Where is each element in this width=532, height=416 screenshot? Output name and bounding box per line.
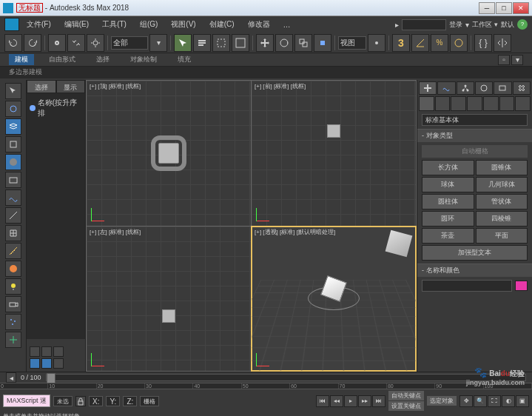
menu-views[interactable]: 视图(V) <box>165 18 201 31</box>
geometry-subtab[interactable] <box>419 96 434 111</box>
select-object-button[interactable] <box>174 34 192 52</box>
placement-button[interactable] <box>314 34 331 52</box>
systems-subtab[interactable] <box>515 96 531 111</box>
lock-selection-icon[interactable] <box>75 396 86 406</box>
rotate-button[interactable] <box>275 34 293 52</box>
category-dropdown[interactable]: 标准基本体 <box>422 114 528 126</box>
prev-frame-button[interactable]: ◂◂ <box>330 395 343 407</box>
mod-cell[interactable] <box>53 358 64 369</box>
rollout-head-objecttype[interactable]: 对象类型 <box>417 130 532 142</box>
sb-select-icon[interactable] <box>5 83 21 99</box>
sb-curve-icon[interactable] <box>5 189 21 206</box>
sb-schematic-icon[interactable] <box>5 136 21 152</box>
maxscript-listener[interactable]: MAXScript 迷 <box>3 395 50 407</box>
pan-button[interactable]: ✥ <box>459 395 473 407</box>
sb-light-icon[interactable] <box>5 278 21 295</box>
link-button[interactable] <box>48 34 66 52</box>
display-tab[interactable] <box>494 81 511 95</box>
zoom-button[interactable]: 🔍 <box>474 395 487 407</box>
pivot-button[interactable] <box>368 34 385 52</box>
ribbon-min-button[interactable]: ▫ <box>498 55 510 65</box>
ribbon-tab-objpaint[interactable]: 对象绘制 <box>124 54 163 65</box>
undo-button[interactable] <box>4 34 22 52</box>
sb-material-icon[interactable] <box>5 154 21 170</box>
prim-plane[interactable]: 平面 <box>476 228 528 244</box>
coord-z[interactable]: Z: <box>123 396 137 406</box>
spacewarps-subtab[interactable] <box>499 96 515 111</box>
cameras-subtab[interactable] <box>467 96 482 111</box>
redo-button[interactable] <box>24 34 41 52</box>
prim-sphere[interactable]: 球体 <box>422 177 474 192</box>
viewport-perspective[interactable]: [+] [透视] [标准] [默认明暗处理] <box>252 227 416 372</box>
close-button[interactable]: ✕ <box>513 2 529 14</box>
selection-filter-button[interactable]: ▾ <box>149 34 167 52</box>
menu-group[interactable]: 组(G) <box>134 18 164 31</box>
orbit-button[interactable]: ◐ <box>502 395 515 407</box>
object-name-input[interactable] <box>422 280 512 292</box>
sb-layer-icon[interactable] <box>5 118 21 135</box>
sb-color-icon[interactable] <box>5 261 21 277</box>
create-tab[interactable] <box>419 81 437 95</box>
scene-tree[interactable]: 名称(按升序排 <box>27 93 85 339</box>
goto-start-button[interactable]: ⏮ <box>316 395 329 407</box>
bind-button[interactable] <box>87 34 104 52</box>
sb-helper-icon[interactable] <box>5 332 21 348</box>
menu-create[interactable]: 创建(C) <box>203 18 240 31</box>
mod-cell[interactable] <box>41 346 52 357</box>
viewport-label[interactable]: [+] [顶] [标准] [线框] <box>90 82 141 90</box>
help-icon[interactable]: ? <box>517 19 528 30</box>
viewport-left[interactable]: [+] [左] [标准] [线框] <box>87 227 251 372</box>
next-frame-button[interactable]: ▸▸ <box>358 395 371 407</box>
select-name-button[interactable] <box>193 34 211 52</box>
ribbon-tab-freeform[interactable]: 自由形式 <box>43 54 81 65</box>
utilities-tab[interactable] <box>513 81 531 95</box>
ribbon-tab-populate[interactable]: 填充 <box>172 54 197 65</box>
prim-tube[interactable]: 管状体 <box>476 194 528 209</box>
signin-label[interactable]: 登录 <box>449 20 462 30</box>
viewport-label[interactable]: [+] [前] [标准] [线框] <box>255 82 306 90</box>
menu-file[interactable]: 文件(F) <box>21 18 57 31</box>
object-color-swatch[interactable] <box>515 281 528 291</box>
hierarchy-tab[interactable] <box>457 81 474 95</box>
selection-set-dropdown[interactable]: 全部 <box>111 36 148 50</box>
select-region-button[interactable] <box>212 34 230 52</box>
viewport-front[interactable]: [+] [前] [标准] [线框] <box>252 81 416 226</box>
menu-more[interactable]: … <box>277 19 297 30</box>
snap-toggle-button[interactable]: 3 <box>392 34 410 52</box>
menu-tools[interactable]: 工具(T) <box>96 18 132 31</box>
helpers-subtab[interactable] <box>483 96 499 111</box>
shapes-subtab[interactable] <box>435 96 451 111</box>
percent-snap-button[interactable]: % <box>431 34 448 52</box>
unlink-button[interactable] <box>67 34 85 52</box>
scene-tab-select[interactable]: 选择 <box>27 80 56 93</box>
maximize-vp-button[interactable]: ▣ <box>516 395 529 407</box>
viewcube-icon[interactable] <box>385 229 413 257</box>
prim-torus[interactable]: 圆环 <box>422 211 474 227</box>
autogrid-toggle[interactable]: 自动栅格 <box>422 145 528 158</box>
scale-button[interactable] <box>294 34 312 52</box>
sb-camera-icon[interactable] <box>5 296 21 312</box>
prim-pyramid[interactable]: 四棱锥 <box>476 211 528 227</box>
prim-textplus[interactable]: 加强型文本 <box>422 245 528 261</box>
menu-edit[interactable]: 编辑(E) <box>58 18 95 31</box>
prim-cone[interactable]: 圆锥体 <box>476 160 528 175</box>
sb-subobject-icon[interactable] <box>5 101 21 117</box>
ribbon-tab-selection[interactable]: 选择 <box>90 54 115 65</box>
sb-measure-icon[interactable] <box>5 243 21 259</box>
sb-render-icon[interactable] <box>5 172 21 188</box>
time-ruler[interactable]: 0 10 20 30 40 50 60 70 80 90 100 <box>0 383 532 389</box>
app-menu-button[interactable] <box>4 18 19 31</box>
sb-grid-icon[interactable] <box>5 225 21 241</box>
zoom-extents-button[interactable]: ⛶ <box>488 395 501 407</box>
rollout-head-namecolor[interactable]: 名称和颜色 <box>417 264 532 277</box>
minimize-button[interactable]: ─ <box>479 2 495 14</box>
prim-geosphere[interactable]: 几何球体 <box>476 177 528 192</box>
help-search[interactable] <box>402 19 446 30</box>
coord-x[interactable]: X: <box>89 396 103 406</box>
time-slider-track[interactable] <box>46 374 526 381</box>
window-crossing-button[interactable] <box>232 34 249 52</box>
motion-tab[interactable] <box>475 81 493 95</box>
viewport-label[interactable]: [+] [左] [标准] [线框] <box>90 228 141 236</box>
menu-modifiers[interactable]: 修改器 <box>242 18 276 31</box>
prim-teapot[interactable]: 茶壶 <box>422 228 474 244</box>
